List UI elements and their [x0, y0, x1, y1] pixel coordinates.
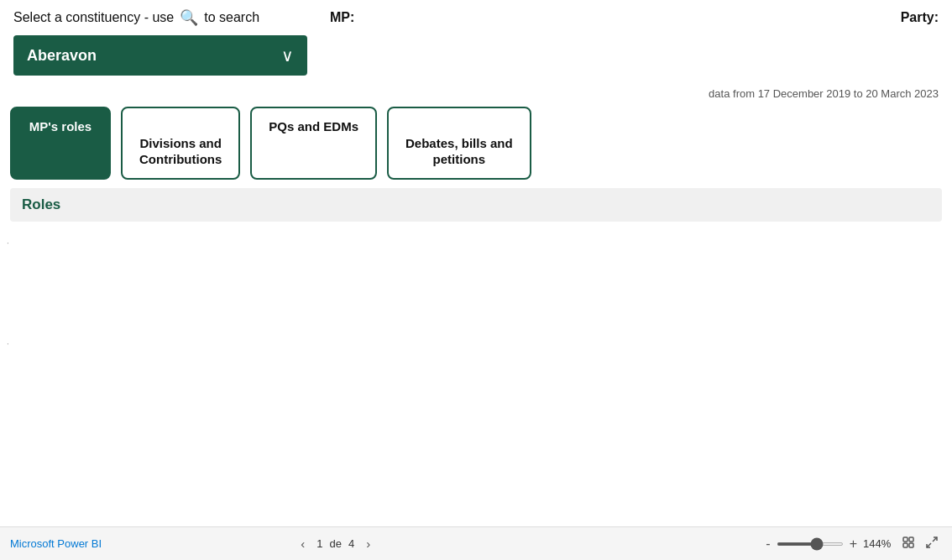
- bottom-bar: Microsoft Power BI ‹ 1 de 4 › - + 144%: [0, 526, 952, 560]
- svg-rect-3: [909, 543, 913, 547]
- tab-mp-roles-label: MP's roles: [29, 119, 92, 133]
- constituency-row: Aberavon ∨: [0, 32, 952, 82]
- fullscreen-button[interactable]: [922, 536, 942, 552]
- powerbi-link[interactable]: Microsoft Power BI: [10, 537, 102, 550]
- tab-divisions[interactable]: Divisions and Contributions: [121, 107, 240, 180]
- pagination-prev-button[interactable]: ‹: [296, 535, 310, 552]
- chevron-down-icon: ∨: [281, 45, 294, 65]
- main-content: · ·: [0, 222, 952, 527]
- tab-pqs-edms-label: PQs and EDMs: [269, 119, 358, 133]
- tab-pqs-edms[interactable]: PQs and EDMs: [250, 107, 377, 180]
- zoom-controls: - + 144%: [763, 536, 942, 552]
- date-range: data from 17 December 2019 to 20 March 2…: [0, 82, 952, 107]
- instruction-text2: to search: [204, 10, 259, 25]
- party-label: Party:: [901, 10, 939, 25]
- instruction-text: Select a constituency - use: [13, 10, 174, 25]
- zoom-minus-button[interactable]: -: [763, 536, 772, 552]
- dot-indicator-top: ·: [7, 238, 9, 248]
- roles-title: Roles: [22, 196, 60, 212]
- svg-rect-1: [909, 537, 913, 542]
- constituency-dropdown[interactable]: Aberavon ∨: [13, 35, 307, 76]
- tab-debates-label: Debates, bills and petitions: [405, 136, 513, 167]
- pagination-next-button[interactable]: ›: [361, 535, 375, 552]
- pagination-current: 1: [316, 537, 322, 550]
- top-instruction-bar: Select a constituency - use 🔍 to search …: [0, 0, 952, 32]
- date-range-text: data from 17 December 2019 to 20 March 2…: [709, 87, 939, 100]
- tab-debates[interactable]: Debates, bills and petitions: [387, 107, 531, 180]
- mp-label: MP:: [330, 10, 354, 25]
- zoom-plus-button[interactable]: +: [847, 536, 860, 552]
- constituency-selected-value: Aberavon: [27, 47, 97, 65]
- fit-page-button[interactable]: [898, 536, 918, 552]
- dot-indicator-mid: ·: [7, 339, 9, 348]
- pagination-separator: de: [329, 537, 341, 550]
- search-icon: 🔍: [180, 8, 198, 27]
- roles-section: Roles: [10, 188, 942, 222]
- svg-rect-2: [903, 543, 908, 547]
- zoom-slider[interactable]: [777, 542, 844, 546]
- tab-mp-roles[interactable]: MP's roles: [10, 107, 111, 180]
- pagination: ‹ 1 de 4 ›: [296, 535, 375, 552]
- zoom-percent: 144%: [863, 537, 895, 550]
- pagination-total: 4: [348, 537, 354, 550]
- tabs-row: MP's roles Divisions and Contributions P…: [0, 107, 952, 188]
- tab-divisions-label: Divisions and Contributions: [139, 136, 222, 167]
- svg-rect-0: [903, 537, 908, 542]
